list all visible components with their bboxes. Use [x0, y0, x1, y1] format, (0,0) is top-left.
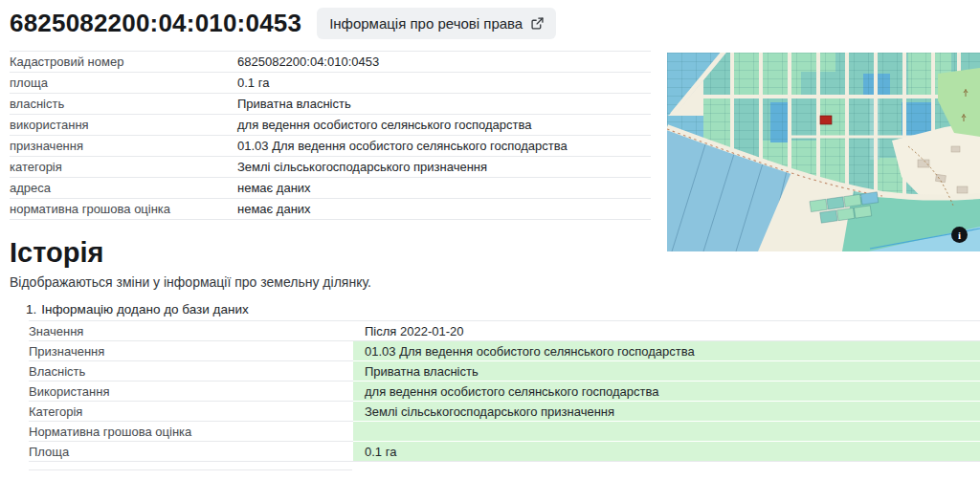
page-title: 6825082200:04:010:0453: [10, 9, 301, 38]
external-link-icon: [531, 17, 544, 30]
table-row: Значення Після 2022-01-20: [29, 321, 980, 341]
table-row: Використання для ведення особистого селя…: [29, 382, 980, 402]
row-label: призначення: [10, 136, 237, 156]
parcel-info-table: Кадастровий номер 6825082200:04:010:0453…: [10, 51, 651, 220]
row-value: немає даних: [237, 199, 651, 219]
table-row: використання для ведення особистого селя…: [10, 115, 651, 136]
page-header: 6825082200:04:010:0453 Інформація про ре…: [0, 0, 980, 39]
row-value: Після 2022-01-20: [353, 321, 980, 341]
table-row: Площа 0.1 га: [29, 442, 980, 462]
table-row: призначення 01.03 Для ведення особистого…: [10, 136, 651, 157]
next-table-divider: [29, 469, 352, 470]
cadastral-parcel-page: 6825082200:04:010:0453 Інформація про ре…: [0, 0, 980, 480]
table-row: Категорія Землі сільськогосподарського п…: [29, 402, 980, 422]
row-value: 01.03 Для ведення особистого селянського…: [353, 341, 980, 361]
highlighted-parcel[interactable]: [820, 116, 832, 124]
history-item-number: 1.: [26, 302, 36, 316]
table-row: площа 0.1 га: [10, 73, 651, 94]
cadastral-map-image: [667, 53, 980, 251]
table-row: Кадастровий номер 6825082200:04:010:0453: [10, 52, 651, 73]
row-label: площа: [10, 73, 237, 93]
history-item-label: Інформацію додано до бази даних: [41, 302, 248, 316]
history-section: Історія Відображаються зміни у інформаці…: [10, 237, 980, 470]
row-value: для ведення особистого селянського госпо…: [237, 115, 651, 135]
row-label: адреса: [10, 178, 237, 198]
cadastral-map[interactable]: i: [667, 53, 980, 251]
table-row: Власність Приватна власність: [29, 361, 980, 382]
row-value: 0.1 га: [237, 73, 651, 93]
row-label: нормативна грошова оцінка: [10, 199, 237, 219]
history-item-title: 1.Інформацію додано до бази даних: [26, 302, 980, 316]
row-label: Призначення: [29, 341, 353, 361]
row-label: категорія: [10, 157, 237, 177]
row-label: Власність: [29, 361, 353, 382]
row-label: Категорія: [29, 402, 353, 422]
row-value: 6825082200:04:010:0453: [237, 52, 651, 72]
row-label: Значення: [29, 321, 353, 341]
row-value: Землі сільськогосподарського призначення: [353, 402, 980, 422]
map-attribution-info-icon[interactable]: i: [951, 227, 968, 243]
table-row: категорія Землі сільськогосподарського п…: [10, 157, 651, 178]
row-label: власність: [10, 94, 237, 114]
history-table: Значення Після 2022-01-20 Призначення 01…: [29, 320, 980, 462]
table-row: адреса немає даних: [10, 178, 651, 199]
row-label: Кадастровий номер: [10, 52, 237, 72]
property-rights-info-button[interactable]: Інформація про речові права: [317, 8, 556, 39]
row-value: 01.03 Для ведення особистого селянського…: [237, 136, 651, 156]
table-row: Нормативна грошова оцінка: [29, 422, 980, 442]
row-label: використання: [10, 115, 237, 135]
history-description: Відображаються зміни у інформації про зе…: [10, 274, 980, 291]
row-value: Приватна власність: [353, 361, 980, 382]
row-value: [353, 422, 980, 442]
property-rights-info-button-label: Інформація про речові права: [329, 15, 523, 32]
table-row: Призначення 01.03 Для ведення особистого…: [29, 341, 980, 361]
row-value: для ведення особистого селянського госпо…: [353, 382, 980, 402]
row-value: Приватна власність: [237, 94, 651, 114]
row-value: немає даних: [237, 178, 651, 198]
row-label: Нормативна грошова оцінка: [29, 422, 353, 442]
table-row: власність Приватна власність: [10, 94, 651, 115]
row-value: Землі сільськогосподарського призначення: [237, 157, 651, 177]
table-row: нормативна грошова оцінка немає даних: [10, 199, 651, 220]
row-label: Використання: [29, 382, 353, 402]
row-value: 0.1 га: [353, 442, 980, 462]
row-label: Площа: [29, 442, 353, 462]
